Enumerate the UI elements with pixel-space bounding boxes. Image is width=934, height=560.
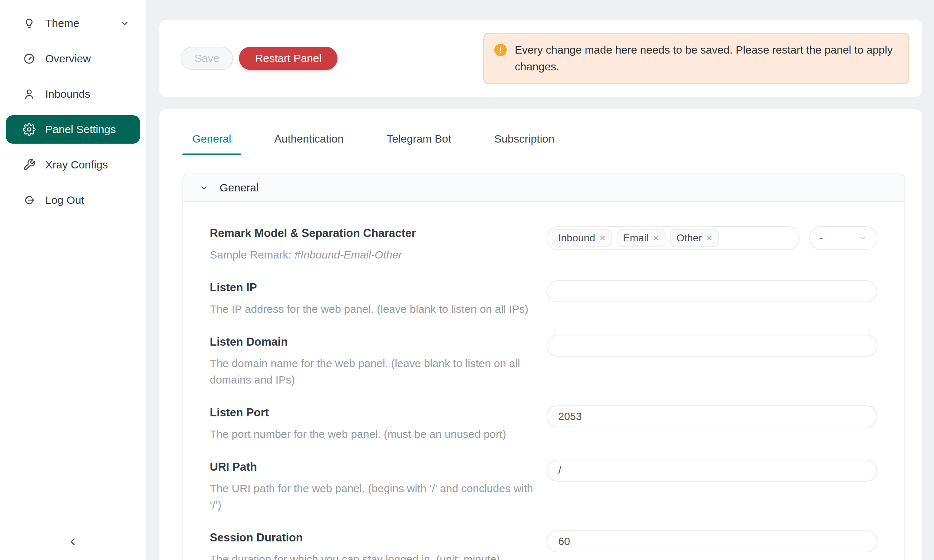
actions-button-group: Save Restart Panel bbox=[180, 47, 338, 70]
tabs-bar: GeneralAuthenticationTelegram BotSubscri… bbox=[182, 133, 905, 155]
listen-domain-input[interactable] bbox=[547, 335, 877, 357]
form-row: Listen Domain The domain name for the we… bbox=[210, 335, 877, 388]
sidebar-item-panel-settings[interactable]: Panel Settings bbox=[6, 115, 140, 144]
sidebar-item-log-out[interactable]: Log Out bbox=[6, 186, 140, 214]
sidebar-item-label: Panel Settings bbox=[45, 123, 116, 135]
tab-subscription[interactable]: Subscription bbox=[484, 133, 564, 155]
close-icon[interactable]: × bbox=[706, 233, 712, 243]
field-label: Listen IP bbox=[210, 281, 528, 294]
logout-icon bbox=[23, 194, 36, 207]
sidebar-item-inbounds[interactable]: Inbounds bbox=[6, 80, 140, 108]
main-content: Save Restart Panel Every change made her… bbox=[146, 0, 934, 560]
form-row: URI Path The URI path for the web panel.… bbox=[210, 460, 877, 513]
chevron-down-icon bbox=[120, 18, 130, 28]
tag-inbound: Inbound × bbox=[552, 229, 612, 247]
restart-panel-button[interactable]: Restart Panel bbox=[239, 47, 338, 70]
field-label: Listen Domain bbox=[210, 335, 547, 349]
tag-label: Other bbox=[677, 232, 702, 244]
tag-label: Inbound bbox=[558, 232, 595, 244]
settings-card: GeneralAuthenticationTelegram BotSubscri… bbox=[159, 109, 922, 560]
tab-general[interactable]: General bbox=[182, 133, 241, 155]
separator-select[interactable]: - bbox=[809, 226, 877, 250]
field-label: Session Duration bbox=[210, 531, 500, 544]
sidebar-collapse-button[interactable] bbox=[64, 533, 82, 551]
collapse-title: General bbox=[220, 182, 259, 194]
collapse-header[interactable]: General bbox=[183, 174, 905, 202]
field-description: The IP address for the web panel. (leave… bbox=[210, 301, 528, 317]
form-row: Listen IP The IP address for the web pan… bbox=[210, 280, 877, 317]
session-duration-input[interactable] bbox=[547, 531, 877, 552]
chevron-down-icon bbox=[858, 234, 867, 242]
sidebar-item-label: Theme bbox=[45, 17, 79, 29]
sidebar-menu: Theme Overview Inbounds Panel Settings X… bbox=[0, 0, 146, 223]
uri-path-input[interactable] bbox=[547, 460, 877, 482]
chevron-down-icon bbox=[199, 183, 209, 192]
tag-email: Email × bbox=[617, 229, 666, 247]
field-description: The URI path for the web panel. (begins … bbox=[210, 480, 547, 513]
dashboard-icon bbox=[23, 52, 36, 65]
form-row: Listen Port The port number for the web … bbox=[210, 405, 877, 442]
form-row: Remark Model & Separation Character Samp… bbox=[210, 226, 877, 263]
separator-value: - bbox=[820, 232, 823, 244]
listen-ip-input[interactable] bbox=[547, 280, 877, 302]
field-label: Remark Model & Separation Character bbox=[210, 227, 416, 240]
sidebar-item-label: Inbounds bbox=[45, 88, 90, 100]
warning-icon bbox=[494, 44, 507, 56]
collapse-body: Remark Model & Separation Character Samp… bbox=[183, 202, 905, 560]
actions-card: Save Restart Panel Every change made her… bbox=[159, 20, 922, 97]
sidebar-item-xray-configs[interactable]: Xray Configs bbox=[6, 151, 140, 179]
general-collapse-panel: General Remark Model & Separation Charac… bbox=[182, 174, 905, 560]
gear-icon bbox=[23, 123, 36, 136]
wrench-icon bbox=[23, 158, 36, 171]
field-label: Listen Port bbox=[210, 406, 506, 419]
lightbulb-icon bbox=[23, 17, 36, 30]
sidebar-item-label: Overview bbox=[45, 52, 91, 65]
sidebar-item-theme[interactable]: Theme bbox=[6, 9, 140, 38]
sidebar: Theme Overview Inbounds Panel Settings X… bbox=[0, 0, 146, 560]
alert-text: Every change made here needs to be saved… bbox=[515, 42, 898, 75]
tab-telegram-bot[interactable]: Telegram Bot bbox=[377, 133, 461, 155]
listen-port-input[interactable] bbox=[547, 405, 877, 427]
tab-authentication[interactable]: Authentication bbox=[265, 133, 353, 155]
field-description: The port number for the web panel. (must… bbox=[210, 426, 506, 442]
sidebar-item-overview[interactable]: Overview bbox=[6, 45, 140, 73]
restart-warning-alert: Every change made here needs to be saved… bbox=[483, 33, 909, 84]
field-description: The domain name for the web panel. (leav… bbox=[210, 355, 547, 388]
field-description: The duration for which you can stay logg… bbox=[210, 551, 500, 560]
save-button[interactable]: Save bbox=[180, 47, 233, 70]
sidebar-item-label: Xray Configs bbox=[45, 158, 108, 171]
form-row: Session Duration The duration for which … bbox=[210, 531, 877, 560]
tag-other: Other × bbox=[670, 229, 719, 247]
field-description: Sample Remark: #Inbound-Email-Other bbox=[210, 246, 416, 263]
close-icon[interactable]: × bbox=[653, 233, 659, 243]
field-label: URI Path bbox=[210, 460, 547, 474]
close-icon[interactable]: × bbox=[600, 233, 605, 243]
chevron-left-icon bbox=[67, 536, 79, 548]
tag-label: Email bbox=[623, 232, 649, 244]
user-icon bbox=[23, 88, 36, 101]
sidebar-item-label: Log Out bbox=[45, 194, 84, 206]
remark-model-select[interactable]: Inbound × Email × Other × bbox=[547, 226, 800, 250]
